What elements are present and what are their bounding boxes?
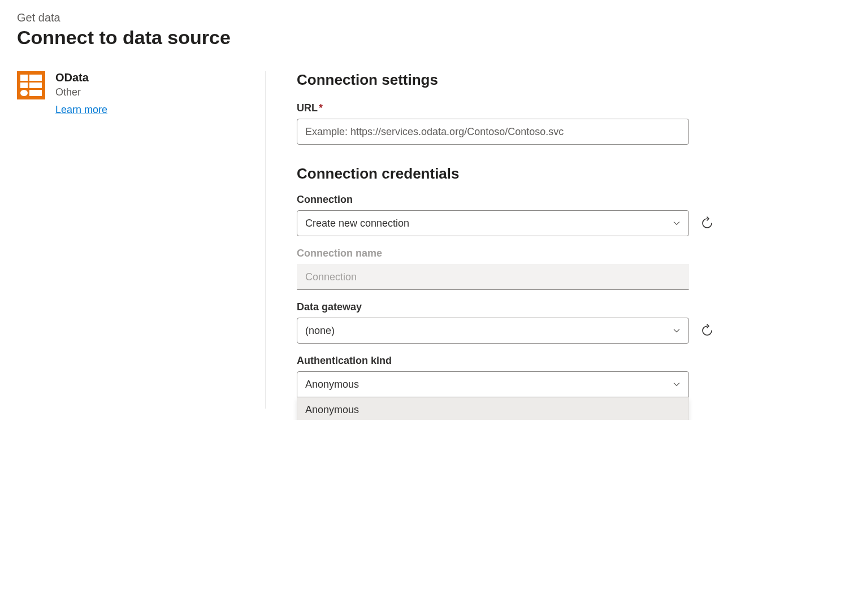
learn-more-link[interactable]: Learn more xyxy=(55,104,107,116)
data-gateway-select[interactable]: (none) xyxy=(297,318,689,344)
authentication-kind-select-wrapper: Anonymous Anonymous Basic Organizational… xyxy=(297,371,689,397)
dropdown-option-anonymous[interactable]: Anonymous xyxy=(297,397,688,420)
url-label: URL* xyxy=(297,102,832,114)
connector-sidebar: OData Other Learn more xyxy=(17,71,266,409)
connector-item-odata: OData Other Learn more xyxy=(17,71,248,116)
data-gateway-label: Data gateway xyxy=(297,301,832,313)
connector-category: Other xyxy=(55,86,107,98)
connection-name-label: Connection name xyxy=(297,248,832,259)
connection-select[interactable]: Create new connection xyxy=(297,210,689,236)
authentication-kind-dropdown: Anonymous Basic Organizational account xyxy=(297,397,689,420)
connection-credentials-heading: Connection credentials xyxy=(297,165,832,183)
odata-icon xyxy=(17,71,45,99)
refresh-connection-icon[interactable] xyxy=(700,216,714,230)
connection-name-input xyxy=(297,264,689,290)
connection-label: Connection xyxy=(297,194,832,206)
connection-settings-heading: Connection settings xyxy=(297,71,832,89)
breadcrumb: Get data xyxy=(17,11,832,24)
required-asterisk: * xyxy=(319,102,323,114)
authentication-kind-select[interactable]: Anonymous xyxy=(297,371,689,397)
refresh-gateway-icon[interactable] xyxy=(700,324,714,337)
url-input[interactable] xyxy=(297,119,689,145)
authentication-kind-label: Authentication kind xyxy=(297,355,832,367)
page-title: Connect to data source xyxy=(17,27,832,49)
connector-name: OData xyxy=(55,71,107,84)
